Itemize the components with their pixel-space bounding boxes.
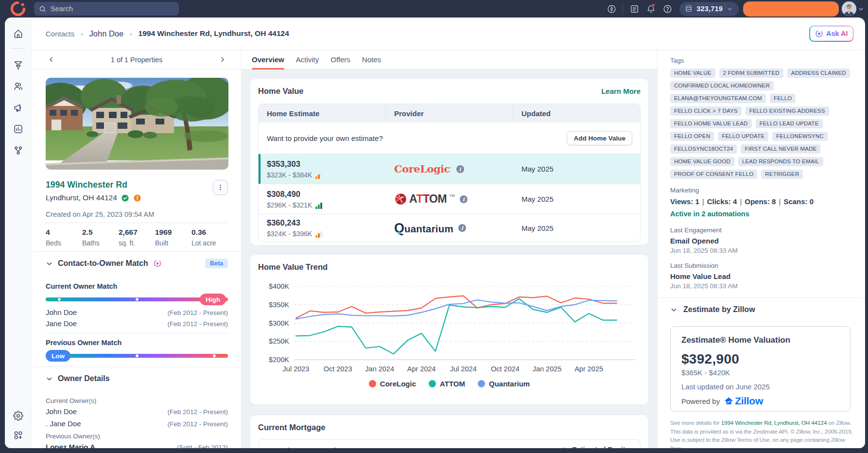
search-input[interactable]: Search	[34, 2, 179, 16]
owner-name: John Doe	[46, 406, 77, 417]
tag-chip[interactable]: FELLOSYNC18OCT24	[670, 144, 737, 154]
owner-group-label: Previous Owner(s)	[46, 432, 228, 440]
info-icon[interactable]: i	[458, 224, 466, 232]
svg-text:$350K: $350K	[269, 301, 289, 309]
sidebar-item-apps[interactable]	[10, 426, 27, 444]
last-submission-value[interactable]: Home Value Lead	[670, 272, 851, 280]
previous-owner-match-bar[interactable]: Low	[46, 350, 228, 362]
tab-offers[interactable]: Offers	[330, 50, 350, 69]
automations-link[interactable]: Active in 2 automations	[670, 210, 851, 218]
sidebar-item-home[interactable]	[10, 25, 27, 42]
marketing-stat: Views: 1	[670, 197, 699, 206]
owner-details-header[interactable]: Owner Details	[46, 374, 228, 383]
stat-separator: |	[776, 197, 783, 206]
property-panel: 1 of 1 Properties	[32, 50, 242, 448]
estimate-row-corelogic[interactable]: $353,303 $323K - $384K CoreLogic· i May …	[259, 154, 640, 184]
primary-action-button[interactable]	[743, 1, 839, 17]
match-level-pill: High	[200, 294, 226, 305]
property-stat: 2.5 Baths	[82, 228, 119, 247]
tag-chip[interactable]: ELANA@THEYOUNGTEAM.COM	[670, 94, 766, 103]
help-icon[interactable]	[659, 0, 676, 17]
attom-logo: ATTOMTM	[394, 192, 455, 206]
carousel-next-icon[interactable]	[217, 54, 227, 65]
property-photo[interactable]	[46, 78, 228, 170]
ask-ai-button[interactable]: Ask AI	[809, 26, 853, 42]
tag-chip[interactable]: FELLO	[770, 94, 796, 103]
tag-chip[interactable]: FELLO HOME VALUE LEAD	[670, 119, 752, 128]
breadcrumb-contacts[interactable]: Contacts	[46, 30, 74, 38]
match-level-pill: Low	[46, 350, 70, 362]
breadcrumb-contact-name[interactable]: John Doe	[89, 29, 124, 38]
tag-chip[interactable]: ADDRESS CLAIMED	[787, 69, 850, 78]
carousel-prev-icon[interactable]	[46, 54, 56, 65]
topbar-divider	[623, 4, 623, 14]
tag-chip[interactable]: HOME VALUE GOOD	[670, 157, 734, 166]
last-submission-date: Jun 18, 2025 08:33 AM	[670, 282, 851, 290]
tab-overview[interactable]: Overview	[252, 50, 284, 69]
sidebar-item-contacts[interactable]	[10, 77, 27, 95]
tab-notes[interactable]: Notes	[362, 50, 381, 69]
tag-chip[interactable]: FELLO CLICK > 7 DAYS	[670, 106, 742, 116]
sidebar-item-filter[interactable]	[10, 56, 27, 73]
bell-icon[interactable]	[642, 0, 659, 17]
tag-chip[interactable]: HOME VALUE	[670, 69, 715, 78]
user-menu[interactable]	[842, 1, 864, 16]
tag-chip[interactable]: FELLO UPDATE	[718, 132, 768, 141]
marketing-stat: Opens: 8	[745, 197, 776, 206]
stat-label: sq. ft.	[119, 239, 155, 247]
estimate-updated: May 2025	[513, 224, 640, 232]
confidence-bars-icon	[315, 231, 322, 238]
tab-activity[interactable]: Activity	[296, 50, 319, 69]
zestimate-section-title: Zestimate by Zillow	[683, 305, 755, 314]
legend-item: CoreLogic	[369, 380, 416, 388]
property-stats: 4 Beds2.5 Baths2,667 sq. ft.1969 Built0.…	[46, 228, 228, 247]
record-count-dropdown[interactable]: 323,719	[679, 2, 739, 16]
contact-owner-match-header[interactable]: Contact-to-Owner Match Beta	[46, 259, 228, 268]
tag-chip[interactable]: FELLONEWSYNC	[772, 132, 828, 141]
stat-separator: |	[699, 197, 707, 206]
search-placeholder: Search	[51, 5, 73, 13]
explore-icon[interactable]	[603, 0, 620, 17]
tag-chip[interactable]: 2 FORM SUBMITTED	[719, 69, 783, 78]
col-updated: Updated	[513, 104, 640, 122]
zestimate-value: $392,900	[681, 352, 839, 366]
info-icon[interactable]: i	[460, 195, 468, 203]
estimate-price: $360,243	[267, 218, 386, 227]
tag-chip[interactable]: FIRST CALL NEVER MADE	[741, 144, 820, 154]
tag-chip[interactable]: FELLO EXISTING ADDRESS	[746, 106, 829, 116]
record-count: 323,719	[696, 5, 723, 13]
learn-more-link[interactable]: Learn More	[601, 87, 641, 95]
tag-chip[interactable]: RETRIGGER	[761, 170, 803, 179]
legend-label: Quantarium	[489, 380, 530, 388]
carousel-label: 1 of 1 Properties	[56, 56, 217, 64]
current-owner-match-bar[interactable]: High	[46, 294, 228, 305]
fello-logo-icon[interactable]	[10, 1, 26, 17]
tag-chip[interactable]: CONFIRMED LOCAL HOMEOWNER	[670, 81, 774, 90]
zillow-address-link[interactable]: 1994 Winchester Rd, Lyndhurst, OH 44124	[721, 419, 827, 426]
topbar: Search 323,719	[0, 0, 868, 17]
last-submission-label: Last Submission	[670, 262, 851, 269]
estimate-row-attom[interactable]: $308,490 $296K - $321K ATTOMTM i May 202…	[259, 184, 640, 214]
quantarium-logo: Quantarium	[394, 221, 453, 236]
engagement-panel: Tags HOME VALUE2 FORM SUBMITTEDADDRESS C…	[657, 50, 865, 448]
tag-chip[interactable]: FELLO OPEN	[670, 132, 714, 141]
estimate-updated: May 2025	[513, 165, 640, 173]
match-bar-dot	[213, 354, 216, 357]
info-icon[interactable]: i	[456, 165, 464, 173]
owner-name: Jane Doe	[46, 318, 77, 329]
tag-chip[interactable]: LEAD RESPONDS TO EMAIL	[738, 157, 823, 166]
sidebar-item-analytics[interactable]	[10, 120, 27, 138]
sidebar-item-settings[interactable]	[10, 407, 27, 424]
estimate-row-quantarium[interactable]: $360,243 $324K - $396K Quantarium i May …	[259, 214, 640, 242]
property-menu-button[interactable]	[213, 180, 228, 195]
tag-chip[interactable]: PROOF OF CONSENT FELLO	[670, 170, 757, 179]
add-home-value-button[interactable]: Add Home Value	[567, 131, 632, 145]
estimated-equity-label: Estimated Equity	[572, 446, 629, 448]
property-address-title[interactable]: 1994 Winchester Rd	[46, 180, 141, 190]
sidebar-item-automations[interactable]	[10, 141, 27, 159]
property-carousel: 1 of 1 Properties	[32, 50, 241, 70]
sidebar-item-campaigns[interactable]	[10, 99, 27, 116]
list-icon[interactable]	[626, 0, 642, 17]
zestimate-header[interactable]: Zestimate by Zillow	[670, 305, 851, 314]
tag-chip[interactable]: FELLO LEAD UPDATE	[756, 119, 823, 128]
